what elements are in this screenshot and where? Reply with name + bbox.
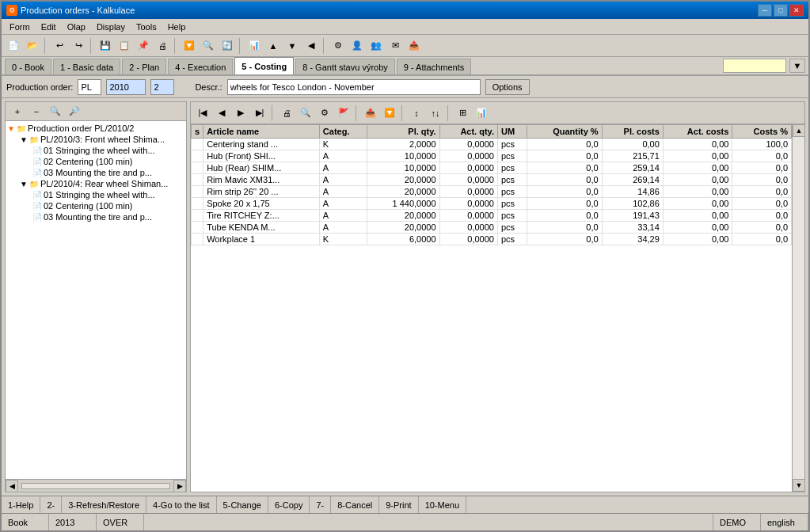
tree-scroll-right[interactable]: ▶ [173, 480, 186, 492]
tree-search[interactable]: 🔍 [47, 103, 64, 120]
tab-9-attach[interactable]: 9 - Attachments [397, 59, 471, 74]
tab-8-gantt[interactable]: 8 - Gantt stavu výroby [295, 59, 395, 74]
table-row[interactable]: Workplace 1 K 6,0000 0,0000 pcs 0,0 34,2… [192, 234, 792, 245]
cell-um: pcs [497, 174, 527, 186]
tb-save[interactable]: 💾 [97, 37, 114, 55]
tbl-print[interactable]: 🖨 [278, 104, 295, 122]
table-row[interactable]: Tire RITCHEY Z:... A 20,0000 0,0000 pcs … [192, 210, 792, 222]
tb-back[interactable]: ◀ [302, 37, 320, 55]
tree-hscroll[interactable]: ◀ ▶ [6, 479, 186, 492]
tree-child1-sub1-label: 01 Stringing the wheel with... [44, 146, 155, 155]
tree-child1-sub3[interactable]: 📄 03 Mounting the tire and p... [7, 167, 184, 178]
menu-olap[interactable]: Olap [63, 21, 90, 33]
tree-child-2[interactable]: ▼ 📁 PL/2010/4: Rear wheel Shiman... [7, 178, 184, 189]
tb-search[interactable]: 🔍 [200, 37, 217, 55]
table-row[interactable]: Rim strip 26'' 20 ... A 20,0000 0,0000 p… [192, 186, 792, 198]
scroll-track[interactable] [793, 137, 804, 479]
scroll-down[interactable]: ▼ [793, 479, 804, 492]
menu-display[interactable]: Display [92, 21, 130, 33]
f4-key[interactable]: 4-Go to the list [146, 496, 217, 513]
f1-key[interactable]: 1-Help [2, 496, 40, 513]
tb-paste[interactable]: 📌 [135, 37, 152, 55]
tb-down[interactable]: ▼ [283, 37, 301, 55]
tbl-sort2[interactable]: ↑↓ [427, 104, 444, 122]
tbl-last[interactable]: ▶| [251, 104, 268, 122]
restore-button[interactable]: □ [774, 4, 788, 17]
tbl-flag[interactable]: 🚩 [335, 104, 352, 122]
tree-child1-sub2[interactable]: 📄 02 Centering (100 min) [7, 156, 184, 167]
tb-email[interactable]: ✉ [386, 37, 404, 55]
tb-export[interactable]: 📤 [405, 37, 423, 55]
tbl-next[interactable]: ▶ [232, 104, 249, 122]
descr-field[interactable]: wheels for Tesco London - November [227, 79, 481, 95]
table-vscroll[interactable]: ▲ ▼ [792, 124, 804, 492]
tbl-grid[interactable]: ⊞ [454, 104, 471, 122]
order-num-field[interactable]: 2 [150, 79, 174, 95]
table-row[interactable]: Hub (Rear) SHIM... A 10,0000 0,0000 pcs … [192, 162, 792, 174]
tab-4-exec[interactable]: 4 - Execution [168, 59, 233, 74]
tb-refresh[interactable]: 🔄 [219, 37, 236, 55]
tab-5-costing[interactable]: 5 - Costing [234, 57, 294, 74]
options-button[interactable]: Options [485, 79, 530, 95]
tbl-search-btn[interactable]: 🔍 [297, 104, 314, 122]
tab-0-book[interactable]: 0 - Book [5, 59, 51, 74]
tree-root[interactable]: ▼ 📁 Production order PL/2010/2 [7, 123, 184, 134]
tbl-chart2[interactable]: 📊 [473, 104, 490, 122]
tree-scroll-thumb[interactable] [21, 483, 170, 489]
f10-key[interactable]: 10-Menu [419, 496, 466, 513]
f7-key[interactable]: 7- [310, 496, 331, 513]
tbl-export[interactable]: 📤 [362, 104, 379, 122]
tab-2-plan[interactable]: 2 - Plan [122, 59, 166, 74]
tree-child2-sub2[interactable]: 📄 02 Centering (100 min) [7, 200, 184, 211]
tree-child2-sub1[interactable]: 📄 01 Stringing the wheel with... [7, 189, 184, 200]
tbl-sort[interactable]: ↕ [408, 104, 425, 122]
f9-key[interactable]: 9-Print [379, 496, 418, 513]
tree-scroll-left[interactable]: ◀ [6, 480, 18, 492]
tree-search2[interactable]: 🔎 [66, 103, 83, 120]
table-scroll[interactable]: s Article name Categ. Pl. qty. Act. qty.… [191, 124, 792, 492]
menu-form[interactable]: Form [5, 21, 35, 33]
menu-tools[interactable]: Tools [131, 21, 162, 33]
tb-open[interactable]: 📂 [24, 37, 41, 55]
tab-search-input[interactable] [723, 59, 786, 73]
f3-key[interactable]: 3-Refresh/Restore [62, 496, 146, 513]
f8-key[interactable]: 8-Cancel [331, 496, 379, 513]
tbl-first[interactable]: |◀ [194, 104, 211, 122]
year-field[interactable]: 2010 [106, 79, 146, 95]
tbl-settings[interactable]: ⚙ [316, 104, 333, 122]
menu-edit[interactable]: Edit [36, 21, 61, 33]
tb-copy[interactable]: 📋 [116, 37, 133, 55]
tree-add[interactable]: + [9, 103, 26, 120]
tb-person[interactable]: 👤 [348, 37, 366, 55]
table-row[interactable]: Spoke 20 x 1,75 A 1 440,0000 0,0000 pcs … [192, 198, 792, 210]
scroll-up[interactable]: ▲ [793, 124, 804, 137]
f2-key[interactable]: 2- [40, 496, 62, 513]
minimize-button[interactable]: ─ [758, 4, 772, 17]
tb-undo[interactable]: ↩ [51, 37, 68, 55]
table-row[interactable]: Tube KENDA M... A 20,0000 0,0000 pcs 0,0… [192, 222, 792, 234]
f6-key[interactable]: 6-Copy [268, 496, 310, 513]
table-row[interactable]: Hub (Front) SHI... A 10,0000 0,0000 pcs … [192, 150, 792, 162]
menu-help[interactable]: Help [163, 21, 191, 33]
tree-child-1[interactable]: ▼ 📁 PL/2010/3: Front wheel Shima... [7, 134, 184, 145]
tb-up[interactable]: ▲ [264, 37, 282, 55]
table-row[interactable]: Centering stand ... K 2,0000 0,0000 pcs … [192, 139, 792, 150]
close-button[interactable]: ✕ [789, 4, 804, 17]
tree-child2-sub3[interactable]: 📄 03 Mounting the tire and p... [7, 211, 184, 222]
tb-print[interactable]: 🖨 [154, 37, 171, 55]
tb-settings[interactable]: ⚙ [329, 37, 347, 55]
pl-field[interactable]: PL [78, 79, 101, 95]
tb-redo[interactable]: ↪ [70, 37, 87, 55]
tbl-prev[interactable]: ◀ [213, 104, 230, 122]
tree-child1-sub1[interactable]: 📄 01 Stringing the wheel with... [7, 145, 184, 156]
tbl-filter2[interactable]: 🔽 [381, 104, 398, 122]
tab-dropdown[interactable]: ▼ [789, 59, 805, 73]
tb-new[interactable]: 📄 [5, 37, 22, 55]
f5-key[interactable]: 5-Change [217, 496, 268, 513]
tb-chart[interactable]: 📊 [245, 37, 263, 55]
tb-filter[interactable]: 🔽 [181, 37, 198, 55]
tree-remove[interactable]: − [28, 103, 45, 120]
table-row[interactable]: Rim Mavic XM31... A 20,0000 0,0000 pcs 0… [192, 174, 792, 186]
tb-people[interactable]: 👥 [367, 37, 385, 55]
tab-1-basic[interactable]: 1 - Basic data [53, 59, 120, 74]
